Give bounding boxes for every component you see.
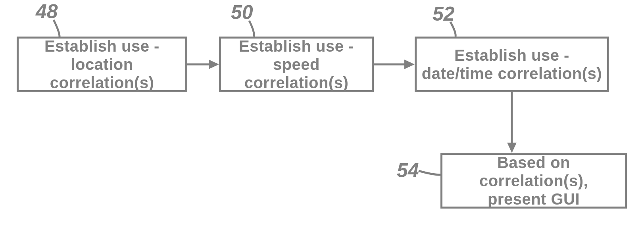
flowchart: { "refs": { "r48": "48", "r50": "50", "r… <box>0 0 644 230</box>
ref-54-label: 54 <box>397 159 419 182</box>
node-50-line1: Establish use - <box>239 37 354 55</box>
node-48-establish-location: Establish use - location correlation(s) <box>17 37 187 92</box>
node-54-line2: present GUI <box>488 190 580 208</box>
node-54-line1: Based on correlation(s), <box>479 154 588 189</box>
node-52-line1: Establish use - <box>454 46 569 64</box>
node-52-establish-datetime: Establish use - date/time correlation(s) <box>415 37 609 92</box>
node-52-line2: date/time correlation(s) <box>422 65 602 82</box>
node-50-line2: speed correlation(s) <box>244 56 349 91</box>
leader-54 <box>419 171 440 175</box>
node-48-line1: Establish use - <box>44 37 160 55</box>
node-50-establish-speed: Establish use - speed correlation(s) <box>219 37 374 92</box>
node-48-line2: location correlation(s) <box>50 56 154 91</box>
arrow-52-54-head <box>507 143 517 153</box>
ref-52-label: 52 <box>433 2 455 25</box>
arrow-48-50-head <box>209 60 219 69</box>
node-54-present-gui: Based on correlation(s), present GUI <box>440 153 627 209</box>
ref-48-label: 48 <box>36 0 58 23</box>
arrow-50-52-head <box>404 60 415 69</box>
ref-50-label: 50 <box>231 1 253 24</box>
